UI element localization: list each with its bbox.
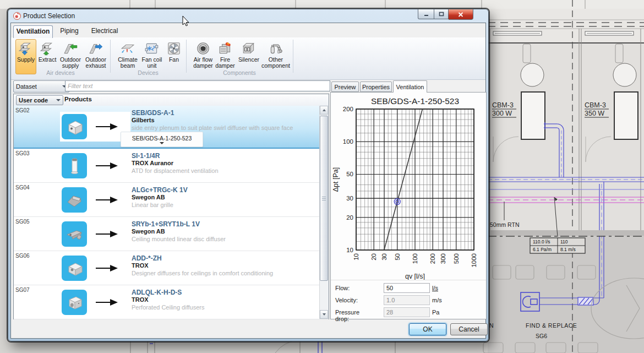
product-icon-cell xyxy=(60,219,130,249)
product-row-sg07[interactable]: SG07 xyxy=(14,285,329,319)
velocity-unit: m/s xyxy=(432,297,442,303)
duct-tag-flow: 110.0 l/s xyxy=(533,239,550,245)
svg-text:100: 100 xyxy=(412,253,418,264)
product-row-sg05[interactable]: SG05 xyxy=(14,217,329,251)
velocity-input xyxy=(384,295,430,305)
svg-text:50: 50 xyxy=(394,253,401,260)
fan-coil-unit-icon xyxy=(144,41,160,56)
product-icon-cell xyxy=(60,287,130,317)
variant-selector[interactable]: SEB/GDS-A-1-250-523 xyxy=(121,132,203,147)
filter-text-input[interactable] xyxy=(65,80,330,91)
bar-grille-icon xyxy=(64,190,84,210)
ribbon-group-caption-components: Components xyxy=(186,69,293,76)
product-description: Linear bar grille xyxy=(132,202,173,208)
ok-button[interactable]: OK xyxy=(409,323,446,335)
maps-to-arrow-icon xyxy=(91,230,122,238)
pressure-drop-chart: SEB/GDS-A-1-250-523102030501002001020305… xyxy=(332,96,485,281)
tab-properties[interactable]: Properties xyxy=(360,82,392,92)
product-manufacturer: TROX Auranor xyxy=(132,160,173,166)
room1-label-line2: 300 W xyxy=(492,110,512,117)
product-thumbnail xyxy=(62,114,87,139)
variant-label: SEB/GDS-A-1-250-523 xyxy=(132,135,192,142)
svg-text:SEB/GDS-A-1-250-523: SEB/GDS-A-1-250-523 xyxy=(371,96,459,106)
product-row-sg03[interactable]: SG03 SI xyxy=(14,149,329,183)
room2-label-line1: CBM-3 xyxy=(585,101,606,109)
ribbon-group-caption-air-devices: Air devices xyxy=(11,69,110,76)
climate-beam-icon xyxy=(120,41,135,56)
close-icon xyxy=(458,12,463,17)
ventilation-form: Flow: l/s Velocity: m/s Pressure drop: P… xyxy=(331,280,486,319)
product-manufacturer: Swegon AB xyxy=(132,194,165,200)
product-code: SG07 xyxy=(15,287,30,293)
list-scrollbar[interactable] xyxy=(319,106,329,319)
svg-text:200: 200 xyxy=(429,253,436,264)
tab-ventilation-panel[interactable]: Ventilation xyxy=(393,80,427,93)
svg-text:10: 10 xyxy=(346,247,353,253)
minimize-button[interactable] xyxy=(418,9,434,19)
ribbon-group-caption-devices: Devices xyxy=(110,69,186,76)
flow-input[interactable] xyxy=(384,283,430,293)
pressure-drop-label: Pressure drop: xyxy=(335,309,359,322)
product-icon-cell xyxy=(60,112,130,142)
product-name: ADD-*-ZH xyxy=(132,254,162,262)
pressure-drop-input xyxy=(384,307,430,317)
scrollbar-up-button[interactable] xyxy=(320,106,328,115)
maps-to-arrow-icon xyxy=(91,161,122,170)
product-thumbnail xyxy=(62,221,87,247)
extract-icon xyxy=(40,41,55,56)
svg-text:20: 20 xyxy=(346,214,353,221)
product-description: side entry plenum to suit plate swirl di… xyxy=(132,124,293,131)
dialog-titlebar[interactable]: Product Selection xyxy=(8,9,488,23)
svg-text:qv [l/s]: qv [l/s] xyxy=(405,273,425,280)
product-name: ADLQL-K-H-D-S xyxy=(132,289,182,296)
close-button[interactable] xyxy=(449,9,473,20)
category-tabstrip: Ventilation Piping Electrical xyxy=(11,25,485,38)
rtn-label: 50mm RTN xyxy=(490,221,519,228)
displacement-unit-icon xyxy=(64,156,84,176)
product-row-sg04[interactable]: SG04 ALGc+TRGc-K 1V xyxy=(14,183,329,217)
supply-icon xyxy=(18,41,34,56)
product-icon-cell xyxy=(60,253,130,283)
ventilation-panel: SEB/GDS-A-1-250-523102030501002001020305… xyxy=(330,92,487,319)
fan-icon xyxy=(166,41,182,56)
product-row-sg02[interactable]: SG02 xyxy=(14,106,329,149)
silencer-icon xyxy=(241,41,256,56)
maximize-button[interactable] xyxy=(434,9,449,19)
tab-ventilation[interactable]: Ventilation xyxy=(13,25,53,38)
duct-tag-size: 110 xyxy=(560,239,568,245)
svg-text:1000: 1000 xyxy=(471,253,477,268)
product-description: Perforated Ceiling diffusers xyxy=(132,304,204,311)
product-description: Designer diffusers for ceilings in comfo… xyxy=(132,270,273,276)
products-column-header: Products xyxy=(64,96,92,102)
tab-preview[interactable]: Preview xyxy=(331,82,359,92)
ribbon-toolbar: Supply Extract Outdoor supply xyxy=(11,37,485,80)
other-component-icon xyxy=(268,41,283,56)
product-thumbnail xyxy=(62,153,87,178)
find-replace-label: FIND & REPLACE xyxy=(526,322,577,329)
product-code: SG04 xyxy=(15,184,30,191)
fire-damper-icon xyxy=(217,41,233,56)
product-list-header: User code Products xyxy=(14,94,329,106)
maps-to-arrow-icon xyxy=(91,122,122,131)
tab-electrical[interactable]: Electrical xyxy=(87,25,122,37)
product-row-sg06[interactable]: SG06 xyxy=(14,251,329,285)
air-flow-damper-icon xyxy=(195,41,211,56)
tab-piping[interactable]: Piping xyxy=(54,25,85,37)
maps-to-arrow-icon xyxy=(91,298,122,307)
flow-unit-link[interactable]: l/s xyxy=(432,285,438,291)
ribbon-group-separator xyxy=(110,40,111,73)
svg-text:300: 300 xyxy=(440,253,446,264)
velocity-label: Velocity: xyxy=(335,297,358,303)
product-manufacturer: Gilberts xyxy=(132,117,155,123)
product-icon-cell xyxy=(60,151,130,181)
product-selection-dialog: Product Selection Ventilation Piping Ele… xyxy=(8,9,489,341)
scrollbar-down-button[interactable] xyxy=(320,310,328,319)
scrollbar-thumb[interactable] xyxy=(320,116,328,281)
dataset-dropdown[interactable]: Dataset xyxy=(13,80,69,93)
cancel-button[interactable]: Cancel xyxy=(450,323,488,335)
product-code: SG05 xyxy=(15,219,30,225)
dialog-client-area: Ventilation Piping Electrical Supply xyxy=(10,23,486,339)
triangle-down-icon xyxy=(323,313,326,316)
room2-label-line2: 350 W xyxy=(585,110,604,117)
user-code-dropdown[interactable]: User code xyxy=(16,95,63,105)
